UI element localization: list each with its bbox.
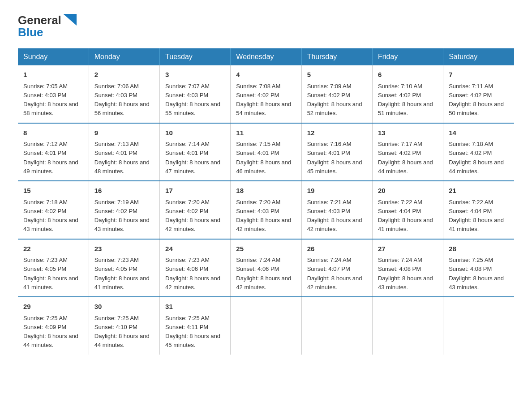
calendar-cell — [372, 297, 443, 355]
calendar-cell: 31 Sunrise: 7:25 AMSunset: 4:11 PMDaylig… — [160, 297, 231, 355]
day-info: Sunrise: 7:07 AMSunset: 4:03 PMDaylight:… — [165, 83, 220, 117]
day-number: 14 — [449, 128, 509, 138]
calendar-cell: 27 Sunrise: 7:24 AMSunset: 4:08 PMDaylig… — [372, 239, 443, 297]
calendar-header-friday: Friday — [372, 48, 443, 65]
calendar-cell — [301, 297, 372, 355]
day-info: Sunrise: 7:22 AMSunset: 4:04 PMDaylight:… — [378, 199, 433, 233]
day-number: 22 — [23, 244, 83, 254]
day-number: 8 — [23, 128, 83, 138]
day-number: 25 — [236, 244, 296, 254]
day-info: Sunrise: 7:17 AMSunset: 4:02 PMDaylight:… — [378, 141, 433, 175]
day-info: Sunrise: 7:20 AMSunset: 4:03 PMDaylight:… — [236, 199, 291, 233]
calendar-cell: 24 Sunrise: 7:23 AMSunset: 4:06 PMDaylig… — [160, 239, 231, 297]
day-info: Sunrise: 7:18 AMSunset: 4:02 PMDaylight:… — [449, 141, 504, 175]
day-number: 29 — [23, 302, 83, 312]
svg-marker-0 — [63, 14, 77, 26]
day-info: Sunrise: 7:21 AMSunset: 4:03 PMDaylight:… — [307, 199, 362, 233]
calendar-header-saturday: Saturday — [443, 48, 514, 65]
day-info: Sunrise: 7:16 AMSunset: 4:01 PMDaylight:… — [307, 141, 362, 175]
day-info: Sunrise: 7:10 AMSunset: 4:02 PMDaylight:… — [378, 83, 433, 117]
day-info: Sunrise: 7:12 AMSunset: 4:01 PMDaylight:… — [23, 141, 78, 175]
calendar-header-sunday: Sunday — [18, 48, 89, 65]
calendar-week-row: 8 Sunrise: 7:12 AMSunset: 4:01 PMDayligh… — [18, 123, 514, 181]
calendar-cell: 8 Sunrise: 7:12 AMSunset: 4:01 PMDayligh… — [18, 123, 89, 181]
day-number: 30 — [94, 302, 154, 312]
calendar-cell: 6 Sunrise: 7:10 AMSunset: 4:02 PMDayligh… — [372, 65, 443, 123]
calendar-cell: 5 Sunrise: 7:09 AMSunset: 4:02 PMDayligh… — [301, 65, 372, 123]
calendar-cell: 2 Sunrise: 7:06 AMSunset: 4:03 PMDayligh… — [89, 65, 159, 123]
day-number: 16 — [94, 186, 154, 196]
day-number: 3 — [165, 70, 225, 80]
logo: General Blue — [18, 13, 77, 39]
day-info: Sunrise: 7:05 AMSunset: 4:03 PMDaylight:… — [23, 83, 78, 117]
day-info: Sunrise: 7:09 AMSunset: 4:02 PMDaylight:… — [307, 83, 362, 117]
calendar-week-row: 29 Sunrise: 7:25 AMSunset: 4:09 PMDaylig… — [18, 297, 514, 355]
day-number: 19 — [307, 186, 367, 196]
day-number: 5 — [307, 70, 367, 80]
calendar-cell: 26 Sunrise: 7:24 AMSunset: 4:07 PMDaylig… — [301, 239, 372, 297]
calendar-cell: 16 Sunrise: 7:19 AMSunset: 4:02 PMDaylig… — [89, 181, 159, 239]
day-number: 7 — [449, 70, 509, 80]
calendar-header-wednesday: Wednesday — [231, 48, 301, 65]
calendar-cell: 18 Sunrise: 7:20 AMSunset: 4:03 PMDaylig… — [231, 181, 301, 239]
page-header: General Blue — [18, 13, 514, 39]
day-number: 21 — [449, 186, 509, 196]
day-info: Sunrise: 7:13 AMSunset: 4:01 PMDaylight:… — [94, 141, 150, 175]
calendar-header-monday: Monday — [89, 48, 159, 65]
day-info: Sunrise: 7:25 AMSunset: 4:11 PMDaylight:… — [165, 315, 220, 349]
day-info: Sunrise: 7:23 AMSunset: 4:05 PMDaylight:… — [23, 257, 78, 291]
day-info: Sunrise: 7:24 AMSunset: 4:06 PMDaylight:… — [236, 257, 291, 291]
logo-blue-text: Blue — [18, 26, 43, 39]
day-number: 11 — [236, 128, 296, 138]
day-number: 31 — [165, 302, 225, 312]
day-info: Sunrise: 7:23 AMSunset: 4:06 PMDaylight:… — [165, 257, 220, 291]
day-info: Sunrise: 7:24 AMSunset: 4:07 PMDaylight:… — [307, 257, 362, 291]
logo-blue-part — [61, 14, 77, 27]
day-number: 4 — [236, 70, 296, 80]
day-info: Sunrise: 7:23 AMSunset: 4:05 PMDaylight:… — [94, 257, 150, 291]
calendar-cell: 25 Sunrise: 7:24 AMSunset: 4:06 PMDaylig… — [231, 239, 301, 297]
calendar-cell: 22 Sunrise: 7:23 AMSunset: 4:05 PMDaylig… — [18, 239, 89, 297]
day-info: Sunrise: 7:06 AMSunset: 4:03 PMDaylight:… — [94, 83, 150, 117]
day-number: 26 — [307, 244, 367, 254]
day-number: 18 — [236, 186, 296, 196]
calendar-cell: 23 Sunrise: 7:23 AMSunset: 4:05 PMDaylig… — [89, 239, 159, 297]
day-number: 17 — [165, 186, 225, 196]
day-number: 13 — [378, 128, 438, 138]
day-number: 10 — [165, 128, 225, 138]
day-number: 2 — [94, 70, 154, 80]
calendar-cell: 11 Sunrise: 7:15 AMSunset: 4:01 PMDaylig… — [231, 123, 301, 181]
day-number: 12 — [307, 128, 367, 138]
day-info: Sunrise: 7:25 AMSunset: 4:09 PMDaylight:… — [23, 315, 78, 349]
day-info: Sunrise: 7:08 AMSunset: 4:02 PMDaylight:… — [236, 83, 291, 117]
calendar-cell: 15 Sunrise: 7:18 AMSunset: 4:02 PMDaylig… — [18, 181, 89, 239]
calendar-cell: 20 Sunrise: 7:22 AMSunset: 4:04 PMDaylig… — [372, 181, 443, 239]
day-number: 27 — [378, 244, 438, 254]
day-info: Sunrise: 7:25 AMSunset: 4:08 PMDaylight:… — [449, 257, 504, 291]
day-number: 6 — [378, 70, 438, 80]
calendar-cell: 29 Sunrise: 7:25 AMSunset: 4:09 PMDaylig… — [18, 297, 89, 355]
day-info: Sunrise: 7:22 AMSunset: 4:04 PMDaylight:… — [449, 199, 504, 233]
calendar-header-thursday: Thursday — [301, 48, 372, 65]
day-info: Sunrise: 7:25 AMSunset: 4:10 PMDaylight:… — [94, 315, 150, 349]
calendar-cell: 30 Sunrise: 7:25 AMSunset: 4:10 PMDaylig… — [89, 297, 159, 355]
day-info: Sunrise: 7:11 AMSunset: 4:02 PMDaylight:… — [449, 83, 504, 117]
calendar-cell — [443, 297, 514, 355]
calendar-cell: 13 Sunrise: 7:17 AMSunset: 4:02 PMDaylig… — [372, 123, 443, 181]
day-number: 23 — [94, 244, 154, 254]
calendar-cell: 7 Sunrise: 7:11 AMSunset: 4:02 PMDayligh… — [443, 65, 514, 123]
calendar-cell: 12 Sunrise: 7:16 AMSunset: 4:01 PMDaylig… — [301, 123, 372, 181]
calendar-week-row: 22 Sunrise: 7:23 AMSunset: 4:05 PMDaylig… — [18, 239, 514, 297]
calendar-week-row: 15 Sunrise: 7:18 AMSunset: 4:02 PMDaylig… — [18, 181, 514, 239]
day-number: 9 — [94, 128, 154, 138]
day-info: Sunrise: 7:14 AMSunset: 4:01 PMDaylight:… — [165, 141, 220, 175]
calendar-cell: 4 Sunrise: 7:08 AMSunset: 4:02 PMDayligh… — [231, 65, 301, 123]
calendar-cell: 1 Sunrise: 7:05 AMSunset: 4:03 PMDayligh… — [18, 65, 89, 123]
day-info: Sunrise: 7:18 AMSunset: 4:02 PMDaylight:… — [23, 199, 78, 233]
day-number: 24 — [165, 244, 225, 254]
day-number: 20 — [378, 186, 438, 196]
calendar-cell: 10 Sunrise: 7:14 AMSunset: 4:01 PMDaylig… — [160, 123, 231, 181]
calendar-header-tuesday: Tuesday — [160, 48, 231, 65]
day-number: 1 — [23, 70, 83, 80]
calendar-cell: 21 Sunrise: 7:22 AMSunset: 4:04 PMDaylig… — [443, 181, 514, 239]
